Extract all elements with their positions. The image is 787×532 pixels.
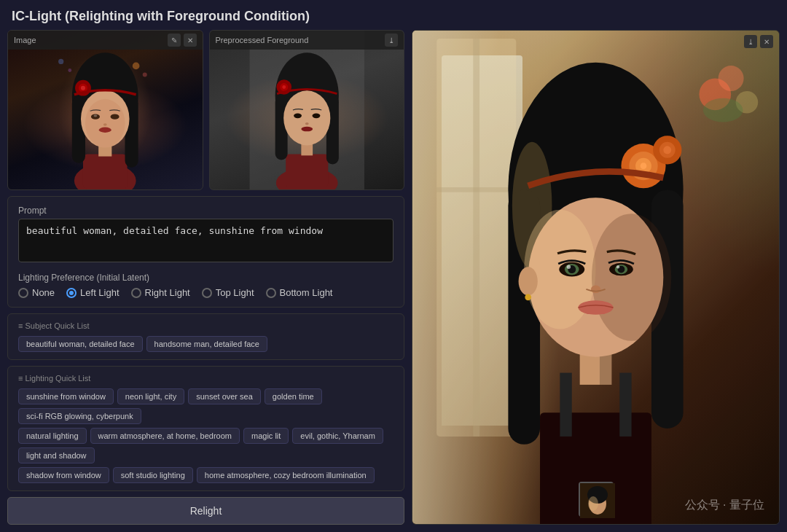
prompt-input[interactable]: beautiful woman, detailed face, sunshine…	[18, 219, 394, 262]
lighting-option-none[interactable]: None	[18, 287, 55, 298]
output-panel-header: ⤓ ✕	[738, 31, 779, 52]
svg-point-34	[282, 85, 286, 89]
lighting-list-header: ≡ Lighting Quick List	[18, 374, 394, 383]
lighting-label: Lighting Preference (Initial Latent)	[18, 273, 394, 283]
svg-point-0	[133, 63, 140, 70]
lighting-tag-cozy[interactable]: home atmosphere, cozy bedroom illuminati…	[197, 467, 375, 483]
svg-point-19	[85, 99, 125, 148]
output-image-area	[412, 31, 779, 524]
svg-point-63	[591, 285, 600, 293]
image-panel-2-label: Preprocessed Foreground	[216, 36, 309, 44]
output-panel: ⤓ ✕	[412, 30, 780, 525]
svg-point-72	[519, 267, 538, 295]
app-title: IC-Light (Relighting with Foreground Con…	[0, 0, 787, 30]
lighting-tags-row3: shadow from window soft studio lighting …	[18, 467, 394, 483]
subject-tag-1[interactable]: beautiful woman, detailed face	[18, 336, 143, 352]
lighting-tags-row2: natural lighting warm atmosphere, at hom…	[18, 428, 394, 463]
radio-left	[66, 288, 77, 298]
subject-tags: beautiful woman, detailed face handsome …	[18, 336, 394, 352]
radio-bottom	[266, 288, 276, 298]
lighting-tag-magic[interactable]: magic lit	[243, 428, 289, 444]
subject-quick-list: ≡ Subject Quick List beautiful woman, de…	[7, 313, 404, 360]
output-download-icon[interactable]: ⤓	[744, 35, 757, 48]
svg-rect-5	[83, 154, 128, 189]
radio-none	[18, 288, 28, 298]
svg-point-77	[588, 496, 598, 511]
lighting-tag-studio[interactable]: soft studio lighting	[113, 467, 193, 483]
lighting-tag-scifi[interactable]: sci-fi RGB glowing, cyberpunk	[18, 408, 141, 424]
svg-point-1	[143, 73, 147, 77]
svg-point-29	[312, 114, 320, 119]
image-panel-1: Image ✎ ✕	[7, 30, 203, 190]
svg-point-73	[525, 294, 531, 300]
controls-panel: Prompt beautiful woman, detailed face, s…	[7, 196, 404, 308]
svg-point-40	[719, 66, 744, 91]
svg-point-3	[68, 69, 71, 72]
lighting-tag-shadow-window[interactable]: shadow from window	[18, 467, 109, 483]
lighting-tag-sunset[interactable]: sunset over sea	[188, 388, 261, 404]
svg-point-42	[703, 98, 743, 122]
svg-point-31	[301, 127, 313, 132]
lighting-radio-group: None Left Light Right Light Top Light	[18, 287, 394, 298]
svg-point-54	[592, 214, 671, 341]
output-portrait	[412, 31, 779, 524]
subject-list-header: ≡ Subject Quick List	[18, 321, 394, 330]
lighting-tag-neon[interactable]: neon light, city	[117, 388, 184, 404]
thumbnail-bar	[579, 482, 614, 517]
prompt-label: Prompt	[18, 206, 394, 216]
svg-point-62	[616, 265, 619, 268]
svg-rect-45	[619, 373, 631, 437]
output-close-icon[interactable]: ✕	[760, 35, 773, 48]
lighting-tag-sunshine[interactable]: sunshine from window	[18, 388, 114, 404]
lighting-tag-evil[interactable]: evil, gothic, Yharnam	[292, 428, 383, 444]
lighting-option-right[interactable]: Right Light	[131, 287, 190, 298]
svg-rect-44	[560, 373, 571, 437]
watermark: 公众号 · 量子位	[685, 498, 764, 513]
lighting-tag-warm[interactable]: warm atmosphere, at home, bedroom	[90, 428, 240, 444]
download-icon[interactable]: ⤓	[385, 34, 398, 47]
output-thumbnail[interactable]	[579, 482, 614, 517]
subject-tag-2[interactable]: handsome man, detailed face	[146, 336, 267, 352]
close-icon-1[interactable]: ✕	[184, 34, 197, 47]
svg-point-30	[305, 122, 308, 125]
lighting-tags-row1: sunshine from window neon light, city su…	[18, 388, 394, 424]
relight-button[interactable]: Relight	[7, 497, 404, 525]
lighting-tag-golden[interactable]: golden time	[265, 388, 322, 404]
svg-point-71	[663, 146, 671, 154]
lighting-option-left[interactable]: Left Light	[66, 287, 120, 298]
svg-rect-22	[286, 154, 328, 187]
lighting-option-top[interactable]: Top Light	[202, 287, 254, 298]
lighting-option-bottom[interactable]: Bottom Light	[266, 287, 333, 298]
edit-icon[interactable]: ✎	[168, 34, 181, 47]
svg-point-64	[578, 300, 613, 315]
radio-top	[202, 288, 212, 298]
svg-point-68	[641, 163, 647, 169]
svg-point-28	[294, 114, 302, 119]
radio-right	[131, 288, 141, 298]
svg-point-2	[58, 59, 63, 64]
svg-point-27	[283, 90, 330, 145]
lighting-tag-natural[interactable]: natural lighting	[18, 428, 87, 444]
svg-point-61	[567, 265, 571, 269]
svg-rect-25	[326, 96, 338, 165]
lighting-tag-shadow[interactable]: light and shadow	[18, 447, 95, 463]
svg-point-18	[81, 86, 85, 90]
image-panel-1-label: Image	[14, 36, 36, 44]
image-panel-2: Preprocessed Foreground ⤓	[209, 30, 405, 190]
lighting-quick-list: ≡ Lighting Quick List sunshine from wind…	[7, 366, 404, 491]
